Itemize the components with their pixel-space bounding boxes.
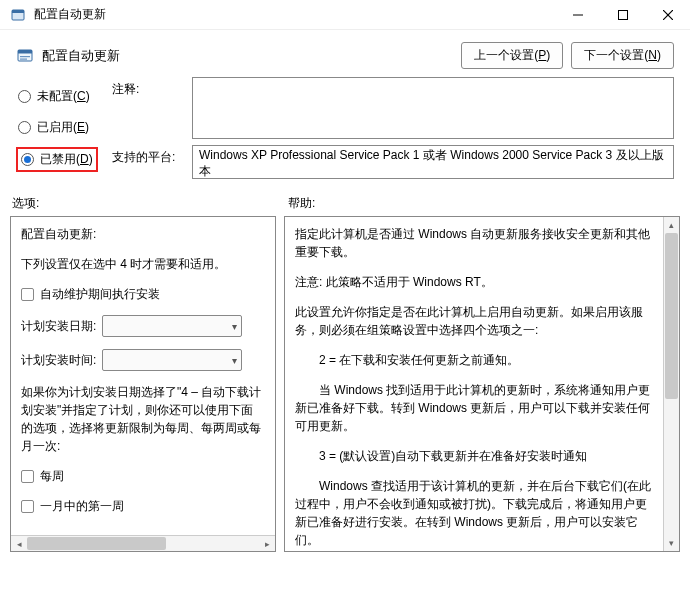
schedule-day-select[interactable]: ▾ (102, 315, 242, 337)
app-icon (10, 7, 26, 23)
checkbox-icon (21, 500, 34, 513)
policy-icon (16, 47, 34, 65)
svg-rect-7 (18, 50, 32, 54)
chevron-down-icon: ▾ (232, 353, 237, 368)
radio-label: 已禁用(D) (40, 151, 93, 168)
radio-icon (21, 153, 34, 166)
options-panel: 配置自动更新: 下列设置仅在选中 4 时才需要和适用。 自动维护期间执行安装 计… (10, 216, 276, 552)
minimize-button[interactable] (555, 0, 600, 30)
checkbox-icon (21, 288, 34, 301)
header: 配置自动更新 上一个设置(P) 下一个设置(N) (0, 30, 690, 77)
options-title: 配置自动更新: (21, 225, 265, 243)
options-content: 配置自动更新: 下列设置仅在选中 4 时才需要和适用。 自动维护期间执行安装 计… (11, 217, 275, 535)
supported-on-text: Windows XP Professional Service Pack 1 或… (192, 145, 674, 179)
scroll-right-icon: ▸ (259, 536, 275, 551)
checkbox-first-week[interactable]: 一月中的第一周 (21, 497, 265, 515)
scroll-down-icon: ▾ (664, 535, 679, 551)
previous-setting-button[interactable]: 上一个设置(P) (461, 42, 563, 69)
svg-rect-1 (12, 10, 24, 13)
svg-rect-9 (20, 58, 27, 59)
radio-icon (18, 90, 31, 103)
checkbox-maintenance-install[interactable]: 自动维护期间执行安装 (21, 285, 265, 303)
comment-textbox[interactable] (192, 77, 674, 139)
help-paragraph: 3 = (默认设置)自动下载更新并在准备好安装时通知 (295, 447, 653, 465)
schedule-time-label: 计划安装时间: (21, 351, 96, 369)
state-radio-group: 未配置(C) 已启用(E) 已禁用(D) (16, 77, 104, 185)
comment-label: 注释: (112, 77, 182, 98)
help-paragraph: 当 Windows 找到适用于此计算机的更新时，系统将通知用户更新已准备好下载。… (295, 381, 653, 435)
radio-not-configured[interactable]: 未配置(C) (16, 85, 104, 108)
help-paragraph: 指定此计算机是否通过 Windows 自动更新服务接收安全更新和其他重要下载。 (295, 225, 653, 261)
checkbox-weekly[interactable]: 每周 (21, 467, 265, 485)
window-title: 配置自动更新 (34, 6, 106, 23)
scrollbar-thumb[interactable] (665, 233, 678, 399)
radio-enabled[interactable]: 已启用(E) (16, 116, 104, 139)
supported-on-label: 支持的平台: (112, 145, 182, 166)
schedule-time-select[interactable]: ▾ (102, 349, 242, 371)
checkbox-icon (21, 470, 34, 483)
scrollbar-thumb[interactable] (27, 537, 166, 550)
options-note: 下列设置仅在选中 4 时才需要和适用。 (21, 255, 265, 273)
scroll-up-icon: ▴ (664, 217, 679, 233)
scroll-left-icon: ◂ (11, 536, 27, 551)
options-label: 选项: (12, 195, 276, 212)
help-paragraph: 此设置允许你指定是否在此计算机上启用自动更新。如果启用该服务，则必须在组策略设置… (295, 303, 653, 339)
help-paragraph: 注意: 此策略不适用于 Windows RT。 (295, 273, 653, 291)
schedule-day-label: 计划安装日期: (21, 317, 96, 335)
help-label: 帮助: (288, 195, 674, 212)
vertical-scrollbar[interactable]: ▴ ▾ (663, 217, 679, 551)
header-title: 配置自动更新 (42, 47, 120, 65)
next-setting-button[interactable]: 下一个设置(N) (571, 42, 674, 69)
maximize-button[interactable] (600, 0, 645, 30)
horizontal-scrollbar[interactable]: ◂ ▸ (11, 535, 275, 551)
help-paragraph: Windows 查找适用于该计算机的更新，并在后台下载它们(在此过程中，用户不会… (295, 477, 653, 549)
help-content: 指定此计算机是否通过 Windows 自动更新服务接收安全更新和其他重要下载。 … (285, 217, 663, 551)
radio-disabled[interactable]: 已禁用(D) (16, 147, 98, 172)
window-controls (555, 0, 690, 29)
radio-label: 已启用(E) (37, 119, 89, 136)
help-panel: 指定此计算机是否通过 Windows 自动更新服务接收安全更新和其他重要下载。 … (284, 216, 680, 552)
svg-rect-3 (618, 11, 627, 20)
close-button[interactable] (645, 0, 690, 30)
radio-icon (18, 121, 31, 134)
options-plan-text: 如果你为计划安装日期选择了"4 – 自动下载计划安装"并指定了计划，则你还可以使… (21, 383, 265, 455)
help-paragraph: 2 = 在下载和安装任何更新之前通知。 (295, 351, 653, 369)
chevron-down-icon: ▾ (232, 319, 237, 334)
svg-rect-8 (20, 56, 30, 57)
title-bar: 配置自动更新 (0, 0, 690, 30)
radio-label: 未配置(C) (37, 88, 90, 105)
